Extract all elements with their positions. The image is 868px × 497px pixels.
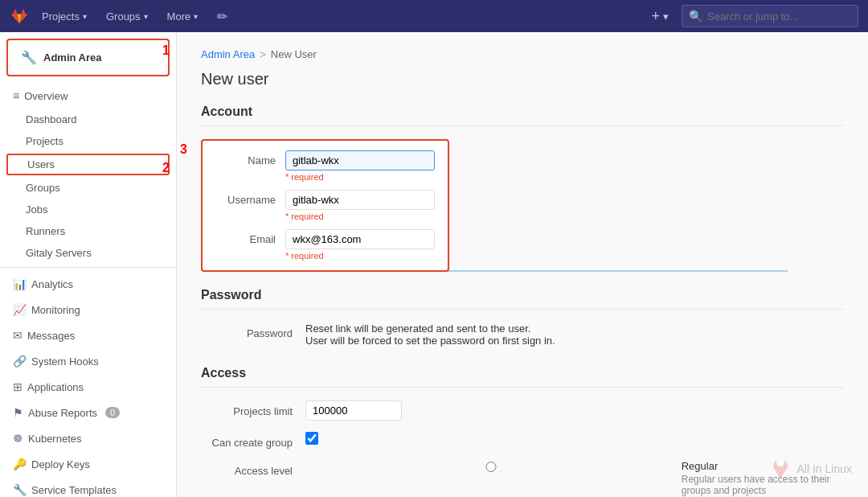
page-title: New user (201, 70, 844, 88)
password-label: Password (201, 322, 305, 339)
messages-icon: ✉ (13, 329, 23, 342)
name-label: Name (215, 150, 276, 166)
access-section-title: Access (201, 366, 844, 388)
abuse-reports-badge: 0 (105, 407, 120, 418)
sidebar-abuse-reports-section[interactable]: ⚑ Abuse Reports 0 (0, 400, 176, 425)
can-create-group-checkbox[interactable] (305, 432, 318, 445)
abuse-reports-label: Abuse Reports (28, 407, 97, 419)
kubernetes-icon: ☸ (13, 432, 23, 445)
gitlab-logo[interactable] (10, 6, 29, 26)
system-hooks-icon: 🔗 (13, 355, 27, 368)
nav-projects[interactable]: Projects ▾ (35, 0, 93, 32)
password-section: Password Password Reset link will be gen… (201, 288, 844, 347)
access-level-field: Regular Regular users have access to the… (305, 460, 844, 497)
password-line2: User will be forced to set the password … (305, 335, 844, 347)
password-field: Reset link will be generated and sent to… (305, 322, 844, 347)
system-hooks-label: System Hooks (31, 355, 99, 368)
name-required: * required (285, 172, 435, 182)
sidebar-item-projects[interactable]: Projects (0, 130, 176, 152)
pencil-icon-btn[interactable]: ✏ (211, 9, 234, 24)
password-section-title: Password (201, 288, 844, 310)
sidebar-service-templates-section[interactable]: 🔧 Service Templates (0, 477, 176, 497)
abuse-reports-icon: ⚑ (13, 406, 23, 419)
deploy-keys-label: Deploy Keys (31, 458, 90, 470)
password-row: Password Reset link will be generated an… (201, 322, 844, 347)
email-row: Email * required (215, 229, 435, 261)
sidebar-item-jobs[interactable]: Jobs (0, 199, 176, 220)
regular-option: Regular Regular users have access to the… (305, 460, 844, 496)
sidebar-item-users[interactable]: Users (6, 154, 170, 175)
admin-area-header[interactable]: 🔧 Admin Area (6, 39, 170, 76)
plus-dropdown-btn[interactable]: + ▾ (645, 8, 675, 25)
access-section: Access Projects limit Can create group A… (201, 366, 844, 497)
sidebar-item-gitaly-servers[interactable]: Gitaly Servers (0, 242, 176, 264)
breadcrumb-current: New User (271, 48, 317, 60)
search-input[interactable] (707, 10, 851, 23)
global-search-box: 🔍 (682, 5, 858, 27)
nav-more[interactable]: More ▾ (161, 0, 205, 32)
plus-caret-icon: ▾ (663, 10, 669, 23)
sidebar-monitoring-section[interactable]: 📈 Monitoring (0, 297, 176, 322)
sidebar-item-dashboard[interactable]: Dashboard (0, 109, 176, 130)
service-templates-icon: 🔧 (13, 483, 27, 496)
sidebar-item-groups[interactable]: Groups (0, 177, 176, 199)
can-create-group-field (305, 432, 844, 447)
account-section: Account 3 Name * required Use (201, 105, 844, 272)
sidebar-kubernetes-section[interactable]: ☸ Kubernetes (0, 425, 176, 451)
sidebar-analytics-section[interactable]: 📊 Analytics (0, 271, 176, 297)
annotation-1: 1 (162, 43, 170, 58)
email-field: * required (285, 229, 435, 261)
monitoring-icon: 📈 (13, 303, 27, 316)
can-create-group-label: Can create group (201, 432, 305, 449)
deploy-keys-icon: 🔑 (13, 458, 27, 470)
admin-wrench-icon: 🔧 (21, 50, 37, 65)
sidebar-messages-section[interactable]: ✉ Messages (0, 322, 176, 348)
search-icon: 🔍 (689, 10, 702, 23)
sidebar-overview-section[interactable]: ≡ Overview (0, 83, 176, 109)
email-required: * required (285, 251, 435, 261)
monitoring-label: Monitoring (31, 304, 80, 316)
email-label: Email (215, 229, 276, 245)
projects-limit-field (305, 400, 844, 421)
username-field: * required (285, 190, 435, 221)
breadcrumb-admin-area[interactable]: Admin Area (201, 48, 255, 60)
applications-label: Applications (27, 381, 84, 393)
username-required: * required (285, 212, 435, 221)
kubernetes-label: Kubernetes (28, 433, 82, 445)
more-caret-icon: ▾ (194, 12, 198, 21)
email-input[interactable] (285, 229, 435, 249)
projects-limit-row: Projects limit (201, 400, 844, 421)
name-input[interactable] (285, 150, 435, 170)
sidebar-system-hooks-section[interactable]: 🔗 System Hooks (0, 348, 176, 374)
username-row: Username * required (215, 190, 435, 221)
annotation-2: 2 (162, 161, 170, 175)
watermark: All In Linux (768, 457, 852, 481)
sidebar-applications-section[interactable]: ⊞ Applications (0, 374, 176, 400)
projects-limit-input[interactable] (305, 400, 402, 421)
service-templates-label: Service Templates (31, 484, 117, 496)
messages-label: Messages (27, 330, 75, 342)
username-label: Username (215, 190, 276, 206)
groups-caret-icon: ▾ (144, 12, 148, 21)
projects-limit-label: Projects limit (201, 400, 305, 417)
sidebar-deploy-keys-section[interactable]: 🔑 Deploy Keys (0, 451, 176, 477)
can-create-group-row: Can create group (201, 432, 844, 449)
access-level-row: Access level Regular Regular users have … (201, 460, 844, 497)
name-field: * required (285, 150, 435, 182)
regular-radio[interactable] (305, 462, 677, 472)
overview-icon: ≡ (13, 89, 19, 102)
access-level-label: Access level (201, 460, 305, 477)
password-line1: Reset link will be generated and sent to… (305, 322, 844, 335)
analytics-icon: 📊 (13, 277, 27, 290)
name-row: Name * required (215, 150, 435, 182)
annotation-3: 3 (180, 142, 187, 157)
nav-groups[interactable]: Groups ▾ (100, 0, 154, 32)
breadcrumb: Admin Area > New User (201, 48, 844, 60)
overview-label: Overview (24, 90, 68, 102)
analytics-label: Analytics (31, 278, 73, 290)
plus-icon: + (651, 8, 660, 25)
sidebar-item-runners[interactable]: Runners (0, 220, 176, 242)
sidebar: 🔧 Admin Area 1 ≡ Overview Dashboard Proj… (0, 32, 177, 497)
account-section-title: Account (201, 105, 844, 126)
username-input[interactable] (285, 190, 435, 210)
